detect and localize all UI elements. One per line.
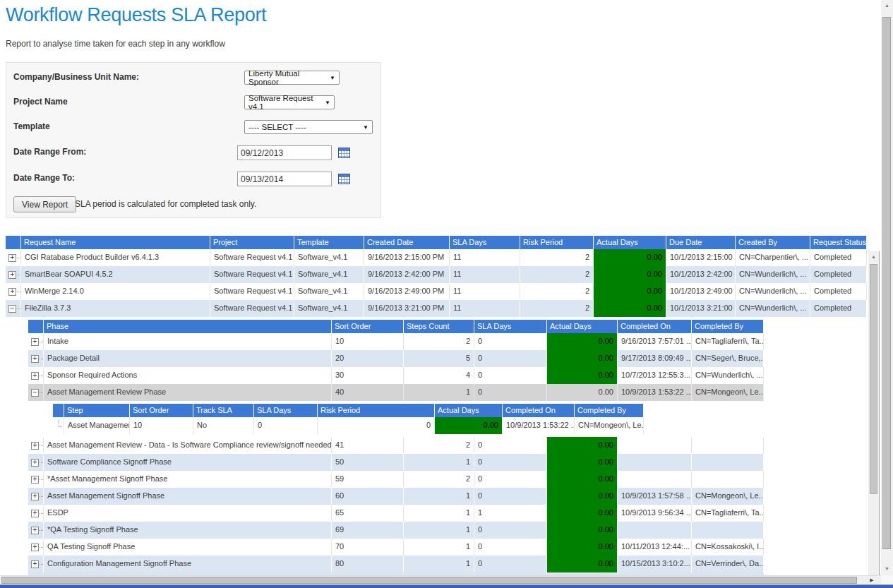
cell-sort: 10 bbox=[332, 333, 404, 350]
request-row[interactable]: +WinMerge 2.14.0Software Request v4.1Sof… bbox=[6, 283, 867, 300]
column-header-risk: Risk Period bbox=[318, 404, 435, 417]
scroll-right-icon[interactable]: ▶ bbox=[865, 576, 878, 584]
horizontal-scrollbar-thumb[interactable] bbox=[1, 577, 857, 584]
phase-row[interactable]: +*QA Testing Signoff Phase69100.00 bbox=[28, 522, 764, 539]
cell-steps: 2 bbox=[404, 471, 474, 488]
expand-icon[interactable]: + bbox=[31, 527, 39, 534]
cell-actual: 0.00 bbox=[594, 249, 666, 266]
expand-icon[interactable]: + bbox=[31, 476, 39, 484]
chevron-down-icon: ▼ bbox=[363, 124, 368, 131]
scroll-up-icon[interactable]: ▲ bbox=[881, 1, 893, 11]
phase-row[interactable]: +Package Detail20500.009/17/2013 8:09:49… bbox=[28, 350, 764, 367]
expand-icon[interactable]: + bbox=[8, 288, 16, 296]
project-select[interactable]: Software Request v4.1 ▼ bbox=[244, 95, 335, 109]
column-header-sla: SLA Days bbox=[450, 236, 520, 249]
cell-phase: Asset Management Review Phase bbox=[44, 384, 332, 401]
cell-created_by: CN=Wunderlich\, ... bbox=[736, 266, 810, 283]
phase-row[interactable]: +Asset Management Signoff Phase60100.001… bbox=[28, 488, 764, 505]
scroll-down-icon[interactable]: ▼ bbox=[881, 564, 893, 574]
expander-cell: + bbox=[28, 539, 44, 556]
cell-phase: Software Compliance Signoff Phase bbox=[44, 454, 332, 471]
cell-created: 9/16/2013 3:21:00 PM bbox=[364, 300, 450, 317]
date-from-input[interactable] bbox=[237, 145, 332, 160]
step-table: StepSort OrderTrack SLASLA DaysRisk Peri… bbox=[53, 401, 867, 437]
cell-status: Completed bbox=[810, 266, 867, 283]
expand-icon[interactable]: + bbox=[31, 442, 39, 450]
expand-icon[interactable]: + bbox=[31, 459, 39, 467]
expand-icon[interactable]: + bbox=[31, 372, 39, 380]
phase-row[interactable]: +Configuration Management Signoff Phase8… bbox=[28, 556, 764, 572]
expand-icon[interactable]: + bbox=[31, 493, 39, 500]
scroll-up-icon[interactable]: ▲ bbox=[868, 253, 879, 261]
phase-row[interactable]: +Sponsor Required Actions30400.0010/7/20… bbox=[28, 367, 764, 384]
dotted-connector bbox=[40, 529, 43, 531]
cell-completed_on: 10/9/2013 1:53:22 ... bbox=[618, 384, 692, 401]
phase-row[interactable]: +ESDP65110.0010/9/2013 9:56:34 ...CN=Tag… bbox=[28, 505, 764, 522]
column-header-completed_on: Completed On bbox=[503, 404, 575, 417]
request-row[interactable]: −FileZilla 3.7.3Software Request v4.1Sof… bbox=[6, 300, 867, 317]
phase-row[interactable]: +*Asset Management Signoff Phase59200.00 bbox=[28, 471, 764, 488]
expand-icon[interactable]: + bbox=[31, 544, 39, 551]
cell-phase: *QA Testing Signoff Phase bbox=[44, 522, 332, 539]
cell-completed_on: 9/16/2013 7:57:01 ... bbox=[618, 333, 692, 350]
expander-cell: + bbox=[28, 367, 44, 384]
expand-icon[interactable]: + bbox=[8, 254, 16, 262]
cell-steps: 1 bbox=[404, 505, 474, 522]
cell-sla: 0 bbox=[474, 350, 547, 367]
cell-steps: 2 bbox=[404, 437, 474, 454]
cell-completed_by bbox=[692, 471, 764, 488]
company-select[interactable]: Liberty Mutual Sponsor ▼ bbox=[244, 71, 340, 85]
horizontal-scrollbar[interactable]: ▶ bbox=[0, 575, 881, 584]
report-vertical-scrollbar[interactable]: ▲ bbox=[868, 251, 880, 575]
report-area: Request NameProjectTemplateCreated DateS… bbox=[6, 236, 867, 575]
expander-column-header bbox=[28, 320, 44, 333]
cell-track: No bbox=[193, 417, 254, 434]
phase-row[interactable]: +QA Testing Signoff Phase70100.0010/11/2… bbox=[28, 539, 764, 556]
page-vertical-scrollbar-thumb[interactable] bbox=[882, 17, 891, 549]
expand-icon[interactable]: + bbox=[31, 560, 39, 568]
calendar-icon[interactable] bbox=[338, 174, 350, 184]
cell-steps: 5 bbox=[404, 350, 474, 367]
column-header-track: Track SLA bbox=[193, 404, 254, 417]
calendar-icon[interactable] bbox=[338, 148, 350, 158]
phase-row[interactable]: +Software Compliance Signoff Phase50100.… bbox=[28, 454, 764, 471]
template-label: Template bbox=[13, 121, 50, 131]
expand-icon[interactable]: + bbox=[31, 510, 39, 517]
collapse-icon[interactable]: − bbox=[8, 305, 16, 313]
phase-row[interactable]: +Intake10200.009/16/2013 7:57:01 ...CN=T… bbox=[28, 333, 764, 350]
report-vertical-scrollbar-thumb[interactable] bbox=[870, 264, 877, 494]
cell-completed_by: CN=Tagliaferri\, Ta... bbox=[692, 505, 764, 522]
expand-icon[interactable]: + bbox=[31, 355, 39, 363]
expand-icon[interactable]: + bbox=[8, 271, 16, 279]
step-row[interactable]: Asset Managemen...10No000.0010/9/2013 1:… bbox=[53, 417, 644, 434]
date-to-input[interactable] bbox=[237, 172, 332, 186]
dotted-connector bbox=[17, 274, 20, 275]
cell-completed_on: 10/9/2013 1:53:22 ... bbox=[503, 417, 575, 434]
request-row[interactable]: +CGI Ratabase Product Builder v6.4.1.3So… bbox=[6, 249, 867, 266]
cell-phase: QA Testing Signoff Phase bbox=[44, 539, 332, 556]
dotted-connector bbox=[40, 445, 43, 446]
column-header-due: Due Date bbox=[666, 236, 736, 249]
column-header-phase: Phase bbox=[44, 320, 332, 333]
phase-row[interactable]: −Asset Management Review Phase40100.0010… bbox=[28, 384, 764, 401]
view-report-button[interactable]: View Report bbox=[13, 196, 76, 212]
cell-completed_on bbox=[618, 454, 692, 471]
dotted-connector bbox=[40, 546, 43, 548]
page-vertical-scrollbar[interactable]: ▲ ▼ bbox=[881, 0, 893, 575]
cell-project: Software Request v4.1 bbox=[210, 249, 294, 266]
phase-row[interactable]: +Asset Management Review - Data - Is Sof… bbox=[28, 437, 764, 454]
cell-due: 10/1/2013 2:15:00 ... bbox=[666, 249, 736, 266]
cell-created: 9/16/2013 2:15:00 PM bbox=[364, 249, 450, 266]
request-row[interactable]: +SmartBear SOAPUI 4.5.2Software Request … bbox=[6, 266, 867, 283]
phase-table: PhaseSort OrderSteps CountSLA DaysActual… bbox=[28, 317, 867, 575]
collapse-icon[interactable]: − bbox=[31, 389, 39, 397]
template-select[interactable]: ---- SELECT ---- ▼ bbox=[244, 120, 373, 134]
company-select-value: Liberty Mutual Sponsor bbox=[248, 69, 325, 86]
cell-template: Software_v4.1 bbox=[294, 266, 364, 283]
cell-sort: 20 bbox=[332, 350, 404, 367]
cell-sort: 50 bbox=[332, 454, 404, 471]
expand-icon[interactable]: + bbox=[31, 338, 39, 346]
cell-steps: 1 bbox=[404, 488, 474, 505]
expander-cell: + bbox=[28, 454, 44, 471]
chevron-down-icon: ▼ bbox=[325, 100, 330, 106]
